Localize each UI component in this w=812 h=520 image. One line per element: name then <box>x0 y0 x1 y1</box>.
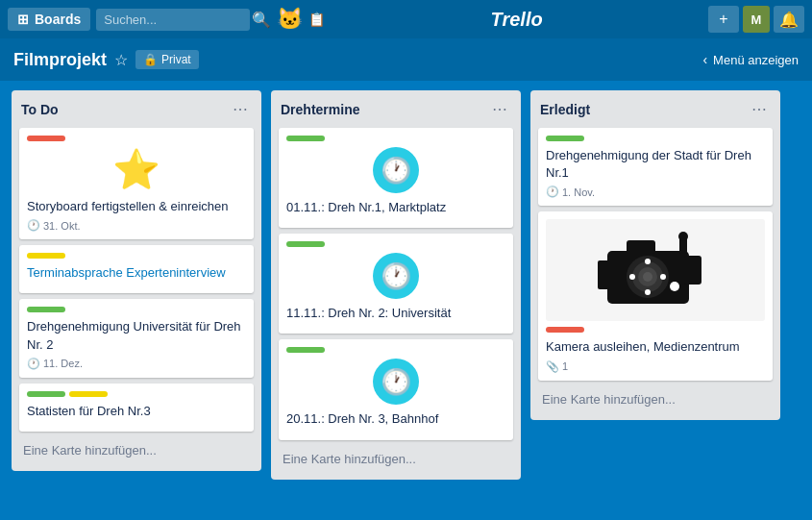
card-labels <box>27 307 246 312</box>
list-todo-title: To Do <box>21 102 59 117</box>
card-title: Storyboard fertigstellen & einreichen <box>27 198 246 215</box>
list-todo-header: To Do ⋯ <box>19 98 254 120</box>
table-row[interactable]: Drehgenehmigung der Stadt für Dreh Nr.1 … <box>538 128 773 206</box>
star-button[interactable]: ☆ <box>114 51 128 69</box>
top-navigation: ⊞ Boards 🔍 🐱 📋 Trello + M 🔔 <box>0 0 812 38</box>
add-card-button[interactable]: Eine Karte hinzufügen... <box>538 386 773 412</box>
card-badges: 🕐 11. Dez. <box>27 358 246 370</box>
trello-cat-icon: 🐱 <box>277 7 303 32</box>
boards-label: Boards <box>35 12 81 27</box>
label-green <box>286 241 325 247</box>
attachment-count: 1 <box>562 360 568 372</box>
clock-icon-area: 🕐 <box>286 253 505 299</box>
due-date-text: 11. Dez. <box>43 358 83 369</box>
table-row[interactable]: ⭐ Storyboard fertigstellen & einreichen … <box>19 128 254 239</box>
list-erledigt-menu-button[interactable]: ⋯ <box>748 98 771 120</box>
card-labels <box>27 136 246 141</box>
table-row[interactable]: 🕐 01.11.: Dreh Nr.1, Marktplatz <box>279 128 513 228</box>
card-labels <box>286 347 505 353</box>
clock-small-icon: 🕐 <box>546 186 559 198</box>
board-header-left: Filmprojekt ☆ 🔒 Privat <box>13 50 199 70</box>
menu-link[interactable]: Menü anzeigen <box>713 53 799 67</box>
card-badges: 🕐 1. Nov. <box>546 186 765 198</box>
due-date-badge: 🕐 31. Okt. <box>27 219 81 232</box>
card-badges: 🕐 31. Okt. <box>27 219 246 232</box>
list-todo-menu-button[interactable]: ⋯ <box>229 98 252 120</box>
due-date-text: 31. Okt. <box>43 220 81 232</box>
camera-icon <box>598 227 713 313</box>
list-drehtermine-title: Drehtermine <box>281 102 359 117</box>
privacy-badge: 🔒 Privat <box>135 50 199 69</box>
svg-point-4 <box>643 272 652 282</box>
search-input[interactable] <box>96 9 250 31</box>
trello-logo-icon: 📋 <box>308 12 325 27</box>
table-row[interactable]: Statisten für Dreh Nr.3 <box>19 384 254 432</box>
clock-icon-area: 🕐 <box>286 359 505 405</box>
card-labels <box>286 241 505 247</box>
add-card-button[interactable]: Eine Karte hinzufügen... <box>279 446 513 472</box>
avatar[interactable]: M <box>743 6 770 33</box>
card-link[interactable]: Terminabsprache Experteninterview <box>27 265 226 280</box>
list-erledigt-header: Erledigt ⋯ <box>538 98 773 120</box>
card-title: Statisten für Dreh Nr.3 <box>27 403 246 420</box>
boards-button[interactable]: ⊞ Boards <box>8 8 90 31</box>
star-card-icon: ⭐ <box>27 147 246 192</box>
clock-small-icon: 🕐 <box>27 358 40 370</box>
list-erledigt-title: Erledigt <box>540 102 590 117</box>
due-date-badge: 🕐 1. Nov. <box>546 186 595 198</box>
svg-rect-9 <box>627 240 655 254</box>
card-title: 11.11.: Dreh Nr. 2: Universität <box>286 305 505 322</box>
clock-icon-area: 🕐 <box>286 147 505 193</box>
svg-rect-10 <box>684 256 701 285</box>
add-button[interactable]: + <box>708 6 739 33</box>
card-labels <box>546 327 765 333</box>
card-labels <box>546 136 765 141</box>
label-green <box>286 347 325 353</box>
table-row[interactable]: 🕐 20.11.: Dreh Nr. 3, Bahnhof <box>279 339 513 439</box>
card-labels <box>27 253 246 259</box>
table-row[interactable]: Terminabsprache Experteninterview <box>19 245 254 293</box>
label-green <box>286 136 325 141</box>
list-drehtermine: Drehtermine ⋯ 🕐 01.11.: Dreh Nr.1, Markt… <box>271 90 521 480</box>
label-yellow <box>27 253 65 259</box>
privacy-label: Privat <box>161 53 191 66</box>
board-title: Filmprojekt <box>13 50 107 70</box>
camera-image-area <box>546 219 765 321</box>
svg-rect-12 <box>598 260 609 289</box>
boards-grid-icon: ⊞ <box>17 12 29 27</box>
list-todo: To Do ⋯ ⭐ Storyboard fertigstellen & ein… <box>12 90 261 471</box>
search-icon: 🔍 <box>252 11 271 29</box>
list-erledigt: Erledigt ⋯ Drehgenehmigung der Stadt für… <box>530 90 780 420</box>
label-yellow <box>69 391 108 397</box>
add-card-button[interactable]: Eine Karte hinzufügen... <box>19 437 254 463</box>
card-title: Terminabsprache Experteninterview <box>27 264 246 282</box>
label-green <box>27 307 65 312</box>
card-title: Drehgenehmigung der Stadt für Dreh Nr.1 <box>546 147 765 182</box>
clock-icon: 🕐 <box>373 147 419 193</box>
svg-point-14 <box>678 232 688 241</box>
table-row[interactable]: Kamera ausleihen, Medienzentrum 📎 1 <box>538 211 773 380</box>
clock-icon: 🕐 <box>373 359 419 405</box>
card-title: Drehgenehmigung Universität für Dreh Nr.… <box>27 318 246 353</box>
list-drehtermine-header: Drehtermine ⋯ <box>279 98 513 120</box>
card-labels <box>286 136 505 141</box>
clock-small-icon: 🕐 <box>27 219 40 232</box>
table-row[interactable]: 🕐 11.11.: Dreh Nr. 2: Universität <box>279 234 513 334</box>
table-row[interactable]: Drehgenehmigung Universität für Dreh Nr.… <box>19 299 254 377</box>
card-badges: 📎 1 <box>546 360 765 373</box>
notifications-button[interactable]: 🔔 <box>774 6 804 33</box>
svg-point-6 <box>645 289 651 295</box>
svg-point-11 <box>670 282 679 291</box>
bell-icon: 🔔 <box>779 11 799 29</box>
due-date-badge: 🕐 11. Dez. <box>27 358 83 370</box>
trello-logo-text: Trello <box>331 9 702 31</box>
card-title: 20.11.: Dreh Nr. 3, Bahnhof <box>286 410 505 428</box>
card-title: Kamera ausleihen, Medienzentrum <box>546 338 765 356</box>
list-drehtermine-menu-button[interactable]: ⋯ <box>488 98 511 120</box>
card-labels <box>27 391 246 397</box>
nav-right-actions: + M 🔔 <box>708 6 804 33</box>
label-green <box>546 136 584 141</box>
due-date-text: 1. Nov. <box>562 186 595 198</box>
chevron-left-icon: ‹ <box>702 52 707 67</box>
svg-point-7 <box>629 274 635 280</box>
